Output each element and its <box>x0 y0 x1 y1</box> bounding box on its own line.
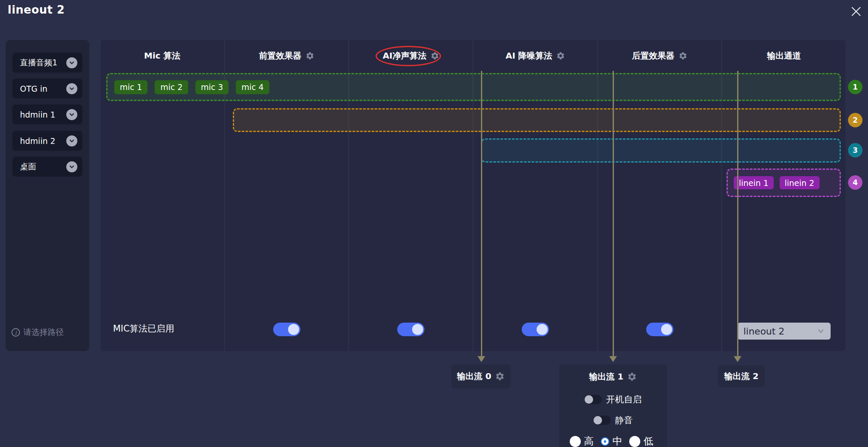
mute-toggle[interactable] <box>594 416 611 425</box>
settings-gear-icon[interactable] <box>627 372 637 382</box>
sidebar-item-otg-in[interactable]: OTG in <box>12 79 82 98</box>
channel-chip[interactable]: mic 3 <box>195 80 229 94</box>
sidebar-item-label: 直播音频1 <box>20 57 66 68</box>
column-header: 后置效果器 <box>598 50 721 62</box>
sidebar-item-label: 桌面 <box>20 161 66 172</box>
sidebar-item-hdmiin-2[interactable]: hdmiin 2 <box>12 131 82 151</box>
sidebar-item-desktop[interactable]: 桌面 <box>12 157 82 177</box>
level-medium-radio[interactable] <box>602 438 608 445</box>
info-icon: i <box>11 328 20 337</box>
chevron-down-icon <box>66 57 77 68</box>
stream-2-arrow-icon <box>734 356 741 362</box>
settings-gear-icon[interactable] <box>679 51 687 60</box>
level-low-radio[interactable] <box>629 436 640 447</box>
column-title: AI净声算法 <box>383 50 427 62</box>
route-row-2 <box>233 108 841 132</box>
output-stream-1-label: 输出流 1 <box>589 371 624 382</box>
settings-gear-icon[interactable] <box>556 51 565 60</box>
route-badge-1: 1 <box>848 80 862 94</box>
source-sidebar: 直播音频1 OTG in hdmiin 1 hdmiin 2 桌面 i 请选择路… <box>6 40 89 351</box>
column-header: AI净声算法 <box>349 50 472 62</box>
column-title: 输出通道 <box>767 50 801 62</box>
chevron-down-icon <box>66 109 77 120</box>
toggle-knob <box>288 324 299 335</box>
column-title: 后置效果器 <box>632 50 675 62</box>
channel-chip[interactable]: mic 2 <box>155 80 188 94</box>
output-stream-1-header: 输出流 1 <box>559 371 667 382</box>
mute-label: 静音 <box>615 414 633 426</box>
stream-0-arrow-icon <box>478 356 485 362</box>
sidebar-item-label: hdmiin 2 <box>20 136 66 146</box>
sidebar-item-label: hdmiin 1 <box>20 110 66 119</box>
level-low-label: 低 <box>644 435 653 447</box>
sidebar-item-label: OTG in <box>20 84 66 93</box>
route-badge-2: 2 <box>848 113 862 127</box>
chevron-down-icon <box>66 83 77 94</box>
settings-gear-icon[interactable] <box>305 51 314 60</box>
route-row-1: mic 1 mic 2 mic 3 mic 4 <box>106 73 841 101</box>
channel-chip[interactable]: linein 1 <box>734 176 774 189</box>
page-title: lineout 2 <box>8 3 65 16</box>
column-title: AI 降噪算法 <box>506 50 552 62</box>
output-stream-0-card: 输出流 0 <box>451 364 511 388</box>
output-channel-value: lineout 2 <box>744 326 817 337</box>
stream-1-arrow-icon <box>609 356 617 362</box>
stream-1-flow-line <box>613 71 614 359</box>
column-title: 前置效果器 <box>259 50 302 62</box>
post-effects-toggle[interactable] <box>646 323 673 336</box>
route-row-3 <box>481 138 841 163</box>
output-stream-2-label: 输出流 2 <box>724 371 759 382</box>
route-row-4: linein 1 linein 2 <box>727 169 841 197</box>
level-medium-label: 中 <box>613 435 622 447</box>
toggle-knob <box>594 416 602 425</box>
chevron-down-icon <box>66 135 77 146</box>
column-header: 输出通道 <box>722 50 845 62</box>
ai-voice-clean-toggle[interactable] <box>397 323 424 336</box>
channel-chip[interactable]: mic 4 <box>236 80 269 94</box>
channel-chip[interactable]: linein 2 <box>780 176 820 189</box>
ai-denoise-toggle[interactable] <box>522 323 549 336</box>
sidebar-item-live-audio-1[interactable]: 直播音频1 <box>12 53 82 73</box>
toggle-knob <box>661 324 672 335</box>
toggle-knob <box>412 324 423 335</box>
mic-algorithm-status: MIC算法已启用 <box>113 323 174 335</box>
column-header: Mic 算法 <box>101 50 224 62</box>
column-header: AI 降噪算法 <box>474 50 597 62</box>
chevron-down-icon <box>817 327 825 335</box>
sidebar-item-hdmiin-1[interactable]: hdmiin 1 <box>12 104 82 124</box>
toggle-knob <box>537 324 548 335</box>
toggle-knob <box>585 395 593 404</box>
column-title: Mic 算法 <box>144 50 181 62</box>
level-high-label: 高 <box>584 435 594 447</box>
column-header: 前置效果器 <box>225 50 348 62</box>
level-high-radio[interactable] <box>570 436 581 447</box>
autostart-toggle[interactable] <box>585 395 602 404</box>
settings-gear-icon[interactable] <box>495 371 505 381</box>
close-button[interactable] <box>848 3 864 20</box>
chevron-down-icon <box>66 161 77 172</box>
output-stream-2-card: 输出流 2 <box>718 365 765 387</box>
route-badge-4: 4 <box>848 175 862 190</box>
select-path-hint: i 请选择路径 <box>11 327 64 338</box>
output-stream-0-label: 输出流 0 <box>457 371 492 382</box>
route-badge-3: 3 <box>848 143 862 157</box>
channel-chip[interactable]: mic 1 <box>114 80 147 94</box>
stream-0-flow-line <box>481 71 482 359</box>
output-stream-1-panel: 输出流 1 开机自启 静音 高 中 低 <box>559 364 667 447</box>
settings-gear-icon[interactable] <box>430 51 439 60</box>
close-icon <box>850 5 862 18</box>
hint-text: 请选择路径 <box>23 327 64 338</box>
stream-2-flow-line <box>737 71 738 359</box>
output-channel-select[interactable]: lineout 2 <box>738 323 831 340</box>
autostart-label: 开机自启 <box>606 394 642 405</box>
pre-effects-toggle[interactable] <box>273 323 300 336</box>
